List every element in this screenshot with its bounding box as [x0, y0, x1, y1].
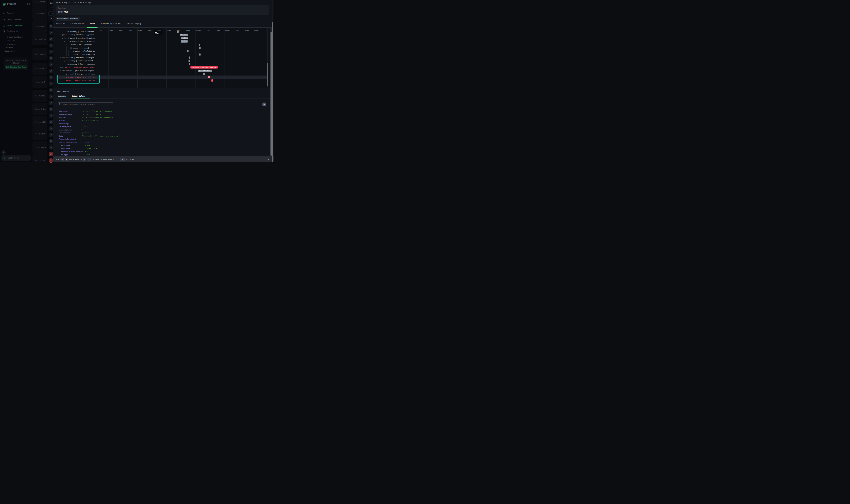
chevron-down-icon[interactable]: ∨ [60, 57, 61, 58]
active-tab-underline [71, 98, 90, 100]
modal-tabs: OverviewColumn ValuesTraceSurrounding Co… [56, 23, 141, 24]
trace-span-bar[interactable] [187, 50, 188, 52]
trace-span-bar[interactable] [188, 60, 190, 62]
trace-tree-row[interactable]: ∨(2)quote | {closure} [68, 46, 89, 50]
properties-search-input[interactable]: Search properties by key or value [58, 102, 113, 106]
timeline-tick-label: 70ms [167, 30, 171, 32]
property-row[interactable]: SpanId"021fcfc15c1e9528" [53, 119, 263, 122]
chevron-down-icon[interactable]: ∨ [66, 44, 67, 46]
property-row[interactable]: ▾ResourceAttributes{} 20 keys [53, 141, 263, 144]
string-value: 2025-05-15T12:40:14.511000000Z [83, 110, 112, 112]
property-row[interactable]: Timestamp"2025-05-15T12:40:14.511000000Z… [53, 110, 263, 113]
property-row[interactable]: SeverityText"error" [53, 125, 263, 128]
trace-tree-row[interactable]: ▤currency | Convert convers… [68, 30, 95, 33]
trace-span-bar[interactable] [199, 47, 201, 49]
timeline-gridline [205, 28, 205, 88]
event-details-tabs: OverviewColumn Values [58, 95, 85, 97]
span-count: (3) [62, 70, 65, 72]
event-log-icon: ▤ [66, 73, 67, 75]
chevron-down-icon[interactable]: ∨ [60, 34, 61, 36]
trace-tree-row[interactable]: ∨(3)payment | grpc.oteldemo.Paymen… [60, 69, 95, 72]
service-name-chip[interactable]: ServiceName: frontend [56, 17, 80, 21]
property-row[interactable]: host.arch"arm64" [53, 144, 263, 147]
trace-tree-row[interactable]: ∨(1)shipping | POST http://quo… [64, 40, 95, 43]
trace-span-bar[interactable] [199, 53, 201, 56]
span-count: (1) [62, 57, 65, 59]
property-value: 1 [82, 122, 83, 125]
tab-column-values[interactable]: Column Values [72, 95, 85, 97]
chevron-down-icon[interactable]: ∨ [58, 67, 59, 68]
close-icon[interactable]: × [267, 158, 270, 161]
modal-scrollbar-thumb[interactable] [271, 32, 272, 156]
trace-span-bar[interactable] [203, 73, 205, 75]
timeline-tick-label: 10ms [109, 30, 113, 32]
trace-row-label: checkout | oteldemo.CurrencySe… [66, 57, 95, 59]
property-key: TimestampTime [59, 113, 72, 116]
timeline-tick-label: 30ms [128, 30, 132, 32]
selection-box [57, 75, 100, 84]
chevron-down-icon[interactable]: ∨ [62, 60, 63, 62]
gear-icon [263, 103, 265, 105]
trace-span-bar[interactable]: grpc.oteldemo. [198, 70, 212, 72]
trace-scrollbar-thumb[interactable] [267, 63, 268, 86]
tab-trace[interactable]: Trace [90, 23, 95, 24]
tab-column-values[interactable]: Column Values [70, 23, 84, 24]
trace-span-bar[interactable]: oteldemo.PaymentService/Char [191, 66, 218, 69]
chevron-down-icon[interactable]: ∨ [62, 37, 63, 39]
trace-row-label: quote | calculate-quote [73, 54, 95, 55]
property-value: "0.8.1" [85, 150, 91, 153]
property-key: hyperdx.distro.version [61, 150, 83, 153]
trace-row-label: currency | Currency/Convert [68, 60, 93, 62]
trace-tree-row[interactable]: ∨(1)checkout | oteldemo.ShippingSe… [60, 33, 95, 37]
property-key: SeverityText [59, 125, 71, 128]
trace-row-label: payment | Charge request rec… [68, 73, 95, 75]
property-row[interactable]: ServiceName"payment" [53, 131, 263, 134]
trace-span-bar[interactable] [189, 56, 190, 59]
trace-tree-row[interactable]: ∨(1)checkout | oteldemo.PaymentServi… [58, 66, 95, 69]
property-row[interactable]: hyperdx.distro.version"0.8.1" [53, 150, 263, 153]
trace-span-bar[interactable]: POST h [181, 40, 188, 42]
property-row[interactable]: Body"Visa cache full: cannot add new ite… [53, 134, 263, 138]
trace-span-bar[interactable] [177, 31, 179, 33]
property-row[interactable]: ResourceSchemaUrl"" [53, 138, 263, 141]
trace-span-bar[interactable] [189, 63, 190, 66]
trace-tree-row[interactable]: quote | calculate-quote [73, 53, 95, 56]
trace-span-bar[interactable]: oteldem [181, 37, 188, 39]
property-row[interactable]: host.name"3fbc80775a5e" [53, 147, 263, 150]
quote-mark: " [87, 126, 88, 128]
quote-mark: " [114, 116, 115, 119]
chevron-down-icon[interactable]: ∨ [68, 47, 69, 49]
tab-overview[interactable]: Overview [58, 95, 66, 97]
tab-surrounding-context[interactable]: Surrounding Context [101, 23, 121, 24]
trace-tree-row[interactable]: ∨(1)shipping | oteldemo.Shipping… [62, 36, 95, 40]
trace-span-bar[interactable] [199, 43, 200, 46]
trace-span-bar[interactable] [209, 76, 210, 78]
trace-tree-row[interactable]: ∨(1)checkout | oteldemo.CurrencySe… [60, 56, 95, 59]
modal-overlay[interactable] [0, 0, 53, 162]
trace-span-bar[interactable]: oteldemo. [180, 34, 188, 36]
trace-span-bar[interactable] [211, 79, 213, 82]
tab-overview[interactable]: Overview [56, 23, 65, 24]
settings-button[interactable] [263, 103, 266, 106]
tab-session-replay[interactable]: Session Replay [127, 23, 141, 24]
triangle-down-icon[interactable]: ▾ [58, 141, 59, 144]
property-row[interactable]: TraceFlags1 [53, 122, 263, 125]
quote-mark: " [89, 132, 91, 134]
trace-tree-row[interactable]: ∨(1)quote | POST /getquote [66, 43, 92, 47]
timeline-tick-label: 0ms [100, 30, 102, 32]
trace-tree-row[interactable]: ∨(1)currency | Currency/Convert [62, 59, 93, 62]
string-value: 0.8.1 [86, 150, 91, 152]
span-name-label: SpanName [58, 7, 66, 9]
property-row[interactable]: TraceId"957362828baa84dc02d95a4e6e99ca4f… [53, 116, 263, 119]
property-row[interactable]: TimestampTime"2025-05-15T12:40:14Z" [53, 113, 263, 116]
trace-tree-row[interactable]: ▤quote | Calculated q… [73, 50, 95, 53]
chevron-down-icon[interactable]: ∨ [64, 41, 65, 42]
trace-tree-row[interactable]: ▤currency | Convert convers… [68, 62, 95, 66]
property-value: "" [82, 138, 83, 141]
quote-mark: " [90, 154, 91, 156]
page-scrollbar-thumb[interactable] [272, 22, 273, 162]
string-value: 021fcfc15c1e9528 [83, 120, 98, 121]
event-log-icon: ▤ [68, 63, 69, 65]
chevron-down-icon[interactable]: ∨ [60, 70, 61, 72]
property-row[interactable]: SeverityNumber0 [53, 128, 263, 131]
